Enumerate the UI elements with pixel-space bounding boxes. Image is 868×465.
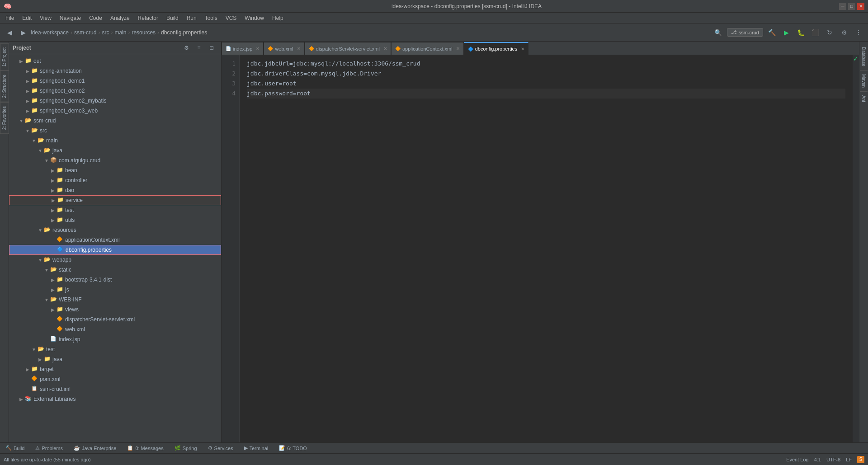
code-editor[interactable]: 1 2 3 4 jdbc.jdbcUrl=jdbc:mysql://localh… — [222, 55, 859, 442]
breadcrumb-ssm-crud[interactable]: ssm-crud — [74, 29, 96, 36]
tree-item-external-libraries[interactable]: ▶ 📚 External Libraries — [9, 394, 221, 404]
branch-selector[interactable]: ⎇ ssm-crud — [727, 28, 763, 37]
menu-help[interactable]: Help — [269, 14, 287, 22]
tree-item-main[interactable]: ▼ 📂 main — [9, 136, 221, 146]
sidebar-sort-button[interactable]: ≡ — [193, 42, 205, 54]
tab-close-button[interactable]: ✕ — [297, 46, 301, 51]
tree-item-utils[interactable]: ▶ 📁 utils — [9, 215, 221, 225]
tree-item-com-atguigu[interactable]: ▼ 📦 com.atguigu.crud — [9, 155, 221, 165]
event-log-label[interactable]: Event Log — [786, 457, 809, 462]
tree-item-resources[interactable]: ▼ 📂 resources — [9, 225, 221, 235]
menu-run[interactable]: Run — [183, 14, 200, 22]
menu-vcs[interactable]: VCS — [222, 14, 241, 22]
menu-analyze[interactable]: Analyze — [107, 14, 133, 22]
bottom-todo-button[interactable]: 📝 6: TODO — [277, 444, 309, 452]
tree-item-dao[interactable]: ▶ 📁 dao — [9, 185, 221, 195]
tree-item-test-pkg[interactable]: ▶ 📁 test — [9, 205, 221, 215]
search-everywhere-button[interactable]: 🔍 — [712, 27, 724, 38]
menu-navigate[interactable]: Navigate — [56, 14, 85, 22]
build-button[interactable]: 🔨 — [766, 27, 778, 38]
sidebar-gear-button[interactable]: ⚙ — [180, 42, 192, 54]
close-button[interactable]: ✕ — [857, 3, 864, 10]
tree-item-spring-annotation[interactable]: ▶ 📁 spring-annotation — [9, 66, 221, 76]
tree-item-ssm-crud[interactable]: ▼ 📂 ssm-crud — [9, 116, 221, 126]
tree-item-dispatcherservlet[interactable]: ▶ 🔶 dispatcherServlet-servlet.xml — [9, 315, 221, 324]
tree-item-springboot-demo2-mybatis[interactable]: ▶ 📁 springboot_demo2_mybatis — [9, 96, 221, 106]
sidebar-item-favorites[interactable]: 2: Favorites — [0, 102, 9, 134]
menu-file[interactable]: File — [2, 14, 18, 22]
tree-item-controller[interactable]: ▶ 📁 controller — [9, 175, 221, 185]
tree-item-bootstrap[interactable]: ▶ 📁 bootstrap-3.4.1-dist — [9, 275, 221, 285]
tree-item-webxml[interactable]: ▶ 🔶 web.xml — [9, 324, 221, 334]
tab-web-xml[interactable]: 🔶 web.xml ✕ — [264, 42, 304, 55]
sidebar-collapse-button[interactable]: ⊟ — [206, 42, 217, 54]
tree-item-static[interactable]: ▼ 📂 static — [9, 265, 221, 275]
tab-applicationcontext[interactable]: 🔶 applicationContext.xml ✕ — [391, 42, 464, 55]
menu-build[interactable]: Build — [163, 14, 182, 22]
menu-window[interactable]: Window — [241, 14, 268, 22]
tab-close-button[interactable]: ✕ — [383, 46, 387, 51]
bottom-terminal-button[interactable]: ▶ Terminal — [242, 444, 270, 452]
menu-edit[interactable]: Edit — [19, 14, 35, 22]
window-controls[interactable]: ─ □ ✕ — [839, 3, 864, 10]
bottom-java-enterprise-button[interactable]: ☕ Java Enterprise — [72, 444, 118, 452]
tree-item-pomxml[interactable]: ▶ 🔶 pom.xml — [9, 374, 221, 384]
tree-item-applicationcontext[interactable]: ▶ 🔶 applicationContext.xml — [9, 235, 221, 245]
code-content[interactable]: jdbc.jdbcUrl=jdbc:mysql://localhost:3306… — [240, 55, 853, 442]
line-sep-indicator[interactable]: LF — [846, 457, 852, 462]
tab-close-button[interactable]: ✕ — [456, 46, 460, 51]
menu-view[interactable]: View — [36, 14, 55, 22]
toolbar-back-button[interactable]: ◀ — [4, 27, 15, 38]
tree-item-test-src[interactable]: ▼ 📂 test — [9, 344, 221, 354]
tree-item-service[interactable]: ▶ 📁 service — [9, 195, 221, 205]
tree-item-test-java[interactable]: ▶ 📁 java — [9, 354, 221, 364]
sidebar-item-project[interactable]: 1: Project — [0, 43, 9, 70]
tree-item-target[interactable]: ▶ 📁 target — [9, 364, 221, 374]
run-button[interactable]: ▶ — [780, 27, 792, 38]
bottom-services-button[interactable]: ⚙ Services — [206, 444, 235, 452]
sidebar-item-ant[interactable]: Ant — [860, 92, 868, 106]
tree-item-js[interactable]: ▶ 📁 js — [9, 285, 221, 295]
stop-button[interactable]: ⬛ — [809, 27, 821, 38]
tab-close-button[interactable]: ✕ — [256, 46, 259, 51]
tree-item-src[interactable]: ▼ 📂 src — [9, 126, 221, 136]
more-button[interactable]: ⋮ — [853, 27, 864, 38]
bottom-messages-button[interactable]: 📋 0: Messages — [125, 444, 165, 452]
tree-item-java[interactable]: ▼ 📂 java — [9, 146, 221, 155]
tree-item-out[interactable]: ▶ 📁 out — [9, 56, 221, 66]
tree-item-springboot-demo2[interactable]: ▶ 📁 springboot_demo2 — [9, 86, 221, 96]
tree-item-dbconfig[interactable]: ▶ 🔷 dbconfig.properties — [9, 245, 221, 255]
tree-item-views[interactable]: ▶ 📁 views — [9, 305, 221, 315]
menu-tools[interactable]: Tools — [201, 14, 221, 22]
sidebar-item-structure[interactable]: 2: Structure — [0, 70, 9, 102]
tree-item-iml[interactable]: ▶ 📋 ssm-crud.iml — [9, 384, 221, 394]
breadcrumb-src[interactable]: src — [102, 29, 109, 36]
tab-dispatcherservlet[interactable]: 🔶 dispatcherServlet-servlet.xml ✕ — [305, 42, 391, 55]
tab-dbconfig[interactable]: 🔷 dbconfig.properties ✕ — [464, 42, 529, 55]
tree-item-bean[interactable]: ▶ 📁 bean — [9, 165, 221, 175]
encoding-indicator[interactable]: UTF-8 — [826, 457, 840, 462]
update-button[interactable]: ↻ — [824, 27, 835, 38]
sidebar-item-maven[interactable]: Maven — [860, 70, 868, 92]
bottom-problems-button[interactable]: ⚠ Problems — [33, 444, 64, 452]
bottom-build-button[interactable]: 🔨 Build — [4, 444, 26, 452]
breadcrumb-resources[interactable]: resources — [132, 29, 156, 36]
debug-button[interactable]: 🐛 — [795, 27, 807, 38]
tree-item-indexjsp[interactable]: ▶ 📄 index.jsp — [9, 334, 221, 344]
breadcrumb-main[interactable]: main — [114, 29, 126, 36]
tree-item-webinf[interactable]: ▼ 📂 WEB-INF — [9, 295, 221, 305]
settings-button[interactable]: ⚙ — [838, 27, 850, 38]
tree-item-springboot-demo3-web[interactable]: ▶ 📁 springboot_demo3_web — [9, 106, 221, 116]
tree-item-springboot-demo1[interactable]: ▶ 📁 springboot_demo1 — [9, 76, 221, 86]
breadcrumb-file[interactable]: dbconfig.properties — [161, 29, 207, 36]
minimize-button[interactable]: ─ — [839, 3, 846, 10]
tree-item-webapp[interactable]: ▼ 📂 webapp — [9, 255, 221, 265]
breadcrumb-workspace[interactable]: idea-workspace — [31, 29, 69, 36]
maximize-button[interactable]: □ — [848, 3, 855, 10]
tab-close-button[interactable]: ✕ — [521, 47, 524, 52]
sidebar-item-database[interactable]: Database — [860, 43, 868, 70]
menu-refactor[interactable]: Refactor — [134, 14, 162, 22]
menu-code[interactable]: Code — [85, 14, 106, 22]
tab-index-jsp[interactable]: 📄 index.jsp ✕ — [222, 42, 264, 55]
bottom-spring-button[interactable]: 🌿 Spring — [173, 444, 199, 452]
